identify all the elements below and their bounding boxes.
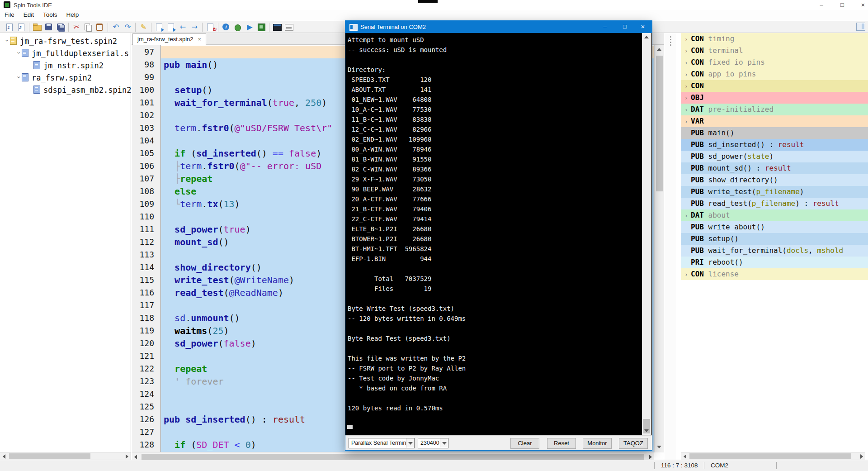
terminal-title-bar[interactable]: Serial Terminal on COM2 – □ × bbox=[345, 21, 652, 33]
outline-item-con-app-io-pins[interactable]: ›CON app io pins bbox=[681, 68, 868, 80]
outline-item-pub-wait-for-terminal-[interactable]: PUB wait_for_terminal(docls, mshold bbox=[681, 245, 868, 257]
doc-prev-icon[interactable] bbox=[153, 22, 165, 33]
line-number: 112 bbox=[132, 236, 160, 248]
file-name: jm_nstr.spin2 bbox=[43, 61, 104, 70]
refresh-doc-icon[interactable]: ↻ bbox=[204, 22, 216, 33]
panel-toggle-icon[interactable] bbox=[856, 23, 865, 31]
line-number: 125 bbox=[132, 400, 160, 413]
terminal-vscrollbar[interactable] bbox=[642, 33, 651, 436]
outline-expand-icon[interactable]: › bbox=[684, 81, 691, 92]
tree-item-jm-nstr-spin2[interactable]: jm_nstr.spin2 bbox=[0, 60, 131, 72]
save-icon[interactable] bbox=[43, 22, 55, 33]
menu-file[interactable]: File bbox=[0, 10, 19, 19]
terminal-icon[interactable] bbox=[271, 22, 283, 33]
outline-expand-icon[interactable]: › bbox=[684, 45, 691, 57]
nav-back-icon[interactable]: ← bbox=[177, 22, 189, 33]
outline-item-pub-setup-[interactable]: PUB setup() bbox=[681, 233, 868, 245]
taqoz-button[interactable]: TAQOZ bbox=[619, 438, 648, 449]
tree-item-jm-ra-fsrw-test-spin2[interactable]: ›jm_ra-fsrw_test.spin2 bbox=[0, 35, 131, 48]
line-number: 102 bbox=[132, 109, 160, 122]
undo-icon[interactable]: ↶ bbox=[110, 22, 122, 33]
editor-hscrollbar[interactable] bbox=[132, 452, 654, 460]
outline-item-var[interactable]: ›VAR bbox=[681, 115, 868, 127]
upload-chip-icon[interactable] bbox=[255, 22, 267, 33]
line-number: 123 bbox=[132, 375, 160, 388]
outline-item-pub-show-directory-[interactable]: PUB show_directory() bbox=[681, 174, 868, 186]
new-file-2-icon[interactable]: 2 bbox=[15, 22, 27, 33]
outline-item-pub-read-test-[interactable]: PUB read_test(p_filename) : result bbox=[681, 198, 868, 209]
copy-icon[interactable] bbox=[82, 22, 94, 33]
new-file-1-icon[interactable]: 1 bbox=[4, 22, 15, 33]
terminal-maximize-button[interactable]: □ bbox=[617, 21, 632, 33]
paste-icon[interactable] bbox=[94, 22, 106, 33]
outline-item-pub-sd-power-[interactable]: PUB sd_power(state) bbox=[681, 151, 868, 162]
redo-icon[interactable]: ↷ bbox=[122, 22, 133, 33]
info-icon[interactable]: i bbox=[220, 22, 232, 33]
tree-hscrollbar[interactable] bbox=[0, 452, 131, 460]
console-icon[interactable] bbox=[283, 22, 295, 33]
terminal-close-button[interactable]: × bbox=[635, 21, 651, 33]
menu-edit[interactable]: Edit bbox=[19, 10, 38, 19]
outline-item-pub-write-test-[interactable]: PUB write_test(p_filename) bbox=[681, 186, 868, 198]
outline-hscrollbar[interactable] bbox=[681, 452, 865, 460]
cut-icon[interactable]: ✂ bbox=[71, 22, 82, 33]
tree-item-ra-fsrw-spin2[interactable]: ›ra_fsrw.spin2 bbox=[0, 72, 131, 84]
editor-vscroll-thumb[interactable] bbox=[656, 56, 663, 191]
open-file-icon[interactable] bbox=[31, 22, 43, 33]
format-brush-icon[interactable]: ✎ bbox=[137, 22, 149, 33]
window-close-button[interactable]: × bbox=[853, 0, 868, 10]
outline-expand-icon[interactable]: › bbox=[684, 104, 691, 116]
outline-item-dat-about[interactable]: ›DAT about bbox=[681, 209, 868, 221]
window-maximize-button[interactable]: □ bbox=[832, 0, 853, 10]
terminal-controls: Parallax Serial Terminal 230400 ClearRes… bbox=[345, 435, 652, 450]
outline-expand-icon[interactable]: › bbox=[684, 92, 691, 104]
cursor-position: 116 : 7 : 3108 bbox=[661, 462, 698, 469]
outline-item-pub-mount-sd-[interactable]: PUB mount_sd() : result bbox=[681, 162, 868, 174]
file-icon bbox=[10, 37, 17, 45]
menu-tools[interactable]: Tools bbox=[38, 10, 62, 19]
tab-close-icon[interactable]: × bbox=[198, 36, 202, 43]
outline-item-con-terminal[interactable]: ›CON terminal bbox=[681, 45, 868, 57]
outline-expand-icon[interactable]: › bbox=[684, 69, 691, 81]
line-number: 106 bbox=[132, 160, 160, 172]
file-icon bbox=[33, 61, 40, 69]
outline-expand-icon[interactable]: › bbox=[684, 116, 691, 128]
save-all-icon[interactable] bbox=[55, 22, 66, 33]
nav-forward-icon[interactable]: → bbox=[189, 22, 200, 33]
outline-item-pri-reboot-[interactable]: PRI reboot() bbox=[681, 257, 868, 268]
outline-expand-icon[interactable]: › bbox=[684, 269, 691, 281]
code-line-129[interactable] bbox=[161, 451, 654, 452]
outline-item-pub-main-[interactable]: PUB main() bbox=[681, 127, 868, 139]
panel-splitter[interactable] bbox=[665, 33, 676, 460]
baud-rate-select[interactable]: 230400 bbox=[418, 438, 448, 448]
reset-button[interactable]: Reset bbox=[547, 438, 576, 449]
outline-expand-icon[interactable]: › bbox=[684, 57, 691, 69]
outline-item-pub-write-about-[interactable]: PUB write_about() bbox=[681, 221, 868, 233]
tree-item-jm-fullduplexserial-s[interactable]: ›jm_fullduplexserial.s bbox=[0, 48, 131, 60]
tree-item-sdspi-asm-mb2-spin2[interactable]: sdspi_asm_mb2.spin2 bbox=[0, 84, 131, 96]
debug-icon[interactable] bbox=[232, 22, 244, 33]
tab-jm-ra-fsrw-test[interactable]: jm_ra-fsrw_test.spin2× bbox=[132, 33, 206, 45]
tree-hscroll-thumb[interactable] bbox=[9, 453, 90, 459]
editor-vscrollbar[interactable] bbox=[654, 45, 664, 452]
outline-item-con-fixed-io-pins[interactable]: ›CON fixed io pins bbox=[681, 57, 868, 68]
menu-help[interactable]: Help bbox=[62, 10, 84, 19]
outline-item-con-license[interactable]: ›CON license bbox=[681, 268, 868, 280]
outline-expand-icon[interactable]: › bbox=[684, 210, 691, 222]
clear-button[interactable]: Clear bbox=[510, 438, 539, 449]
outline-item-con-timing[interactable]: ›CON timing bbox=[681, 33, 868, 45]
outline-item-pub-sd-inserted-[interactable]: PUB sd_inserted() : result bbox=[681, 139, 868, 151]
monitor-button[interactable]: Monitor bbox=[583, 438, 612, 449]
terminal-minimize-button[interactable]: – bbox=[597, 21, 613, 33]
terminal-mode-select[interactable]: Parallax Serial Terminal bbox=[349, 438, 415, 448]
doc-next-icon[interactable] bbox=[165, 22, 177, 33]
run-icon[interactable]: ▶ bbox=[244, 22, 255, 33]
outline-hscroll-thumb[interactable] bbox=[689, 453, 851, 459]
editor-hscroll-thumb[interactable] bbox=[142, 454, 644, 460]
window-minimize-button[interactable]: – bbox=[811, 0, 832, 10]
outline-item-con[interactable]: ›CON bbox=[681, 80, 868, 92]
outline-item-dat-pre-initialized[interactable]: ›DAT pre-initialized bbox=[681, 104, 868, 115]
outline-item-obj[interactable]: ›OBJ bbox=[681, 92, 868, 104]
com-port-status: COM2 bbox=[711, 462, 728, 469]
outline-expand-icon[interactable]: › bbox=[684, 33, 691, 45]
